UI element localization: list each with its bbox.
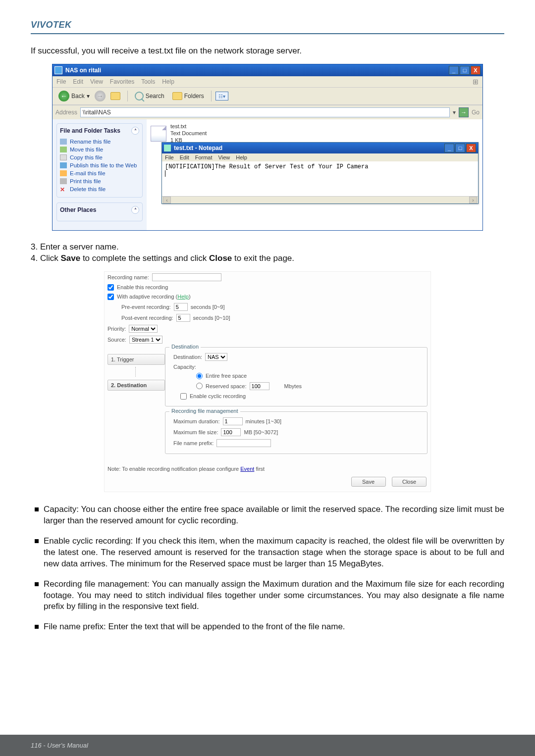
reserved-space-input[interactable]	[250, 382, 269, 390]
task-print[interactable]: Print this file	[60, 177, 139, 185]
folders-button[interactable]: Folders	[169, 91, 207, 101]
enable-recording-label: Enable this recording	[117, 284, 168, 290]
menu-view[interactable]: View	[90, 78, 103, 85]
bullet-capacity: Capacity: You can choose either the enti…	[44, 504, 504, 527]
notepad-title: test.txt - Notepad	[174, 145, 443, 151]
reserved-space-label: Reserved space:	[206, 383, 247, 389]
file-type: Text Document	[170, 130, 207, 137]
destination-select[interactable]: NAS	[205, 353, 227, 361]
email-icon	[60, 170, 67, 176]
collapse-icon[interactable]: ˄	[131, 127, 139, 135]
help-link[interactable]: Help	[177, 294, 189, 300]
maximize-button[interactable]: □	[455, 144, 465, 152]
menu-help[interactable]: Help	[162, 78, 174, 85]
event-note: Note: To enable recording notification p…	[105, 464, 430, 474]
event-link[interactable]: Event	[240, 466, 254, 472]
max-duration-input[interactable]	[223, 417, 243, 425]
search-button[interactable]: Search	[132, 91, 167, 101]
up-folder-icon	[110, 92, 120, 100]
menu-favorites[interactable]: Favorites	[110, 78, 134, 85]
notepad-window: test.txt - Notepad _ □ X File Edit Forma…	[161, 142, 479, 204]
save-button[interactable]: Save	[351, 477, 386, 487]
intro-text: If successful, you will receive a test.t…	[31, 46, 504, 56]
forward-button[interactable]: →	[95, 91, 106, 101]
task-rename[interactable]: Rename this file	[60, 138, 139, 146]
source-select[interactable]: Stream 1	[129, 336, 162, 344]
np-menu-file[interactable]: File	[165, 154, 174, 160]
maximize-button[interactable]: □	[460, 66, 470, 75]
windows-flag-icon: ⊞	[473, 78, 479, 86]
notepad-menubar: File Edit Format View Help	[162, 153, 478, 161]
other-places-panel: Other Places˄	[56, 202, 143, 221]
back-button[interactable]: ←Back ▾	[55, 90, 93, 102]
task-email[interactable]: E-mail this file	[60, 169, 139, 177]
destination-legend: Destination	[169, 344, 201, 350]
file-management-legend: Recording file management	[169, 408, 240, 414]
np-menu-help[interactable]: Help	[236, 154, 247, 160]
menu-tools[interactable]: Tools	[141, 78, 155, 85]
address-bar: Address ▾ → Go	[53, 105, 482, 119]
adaptive-recording-checkbox[interactable]	[107, 294, 114, 300]
file-folder-tasks-panel: File and Folder Tasks˄ Rename this file …	[56, 123, 143, 198]
np-menu-format[interactable]: Format	[195, 154, 213, 160]
menu-file[interactable]: File	[56, 78, 66, 85]
post-event-label: Post-event recording:	[121, 315, 173, 321]
bullet-icon	[35, 625, 39, 629]
reserved-space-radio[interactable]	[196, 383, 203, 389]
entire-free-label: Entire free space	[206, 373, 247, 379]
np-menu-view[interactable]: View	[218, 154, 230, 160]
menu-edit[interactable]: Edit	[73, 78, 83, 85]
bullet-prefix: File name prefix: Enter the text that wi…	[44, 621, 504, 633]
minimize-button[interactable]: _	[449, 66, 459, 75]
file-item[interactable]: test.txt Text Document 1 KB	[151, 123, 479, 144]
views-button[interactable]: ☷▾	[215, 92, 228, 101]
post-event-input[interactable]	[176, 314, 190, 322]
max-size-hint: MB [50~3072]	[244, 429, 278, 435]
task-delete[interactable]: ✕Delete this file	[60, 185, 139, 193]
up-button[interactable]	[107, 91, 123, 101]
notepad-scrollbar[interactable]: ‹›	[162, 196, 478, 203]
task-publish[interactable]: Publish this file to the Web	[60, 161, 139, 169]
step-destination-button[interactable]: 2. Destination	[107, 380, 165, 391]
collapse-icon[interactable]: ˄	[131, 206, 139, 214]
explorer-window: NAS on ritali _ □ X File Edit View Favor…	[52, 64, 483, 231]
task-move[interactable]: Move this file	[60, 146, 139, 153]
file-name: test.txt	[170, 123, 207, 130]
bullet-icon	[35, 582, 39, 586]
post-event-hint: seconds [0~10]	[193, 315, 230, 321]
task-copy[interactable]: Copy this file	[60, 153, 139, 161]
entire-free-radio[interactable]	[196, 373, 203, 379]
close-button[interactable]: Close	[392, 477, 427, 487]
notepad-icon	[164, 145, 171, 151]
np-menu-edit[interactable]: Edit	[180, 154, 189, 160]
explorer-title: NAS on ritali	[65, 67, 448, 74]
prefix-label: File name prefix:	[173, 440, 214, 446]
bullet-icon	[35, 539, 39, 543]
max-size-input[interactable]	[221, 428, 241, 436]
address-input[interactable]	[80, 107, 450, 117]
back-arrow-icon: ←	[58, 91, 69, 101]
explorer-titlebar: NAS on ritali _ □ X	[53, 64, 482, 76]
pre-event-input[interactable]	[174, 303, 188, 311]
other-places-header: Other Places	[60, 206, 96, 213]
close-button[interactable]: X	[466, 144, 476, 152]
recording-name-input[interactable]	[152, 273, 221, 281]
close-button[interactable]: X	[471, 66, 481, 75]
prefix-input[interactable]	[216, 439, 271, 447]
search-icon	[135, 92, 144, 101]
source-label: Source:	[107, 337, 126, 343]
move-icon	[60, 147, 67, 152]
bullet-cyclic: Enable cyclic recording: If you check th…	[44, 536, 504, 570]
go-label: Go	[472, 109, 480, 116]
bullet-icon	[35, 507, 39, 511]
enable-recording-checkbox[interactable]	[107, 284, 114, 291]
step-trigger-button[interactable]: 1. Trigger	[107, 354, 165, 365]
folders-icon	[172, 92, 182, 100]
print-icon	[60, 178, 67, 184]
pre-event-hint: seconds [0~9]	[191, 304, 225, 310]
cyclic-recording-checkbox[interactable]	[180, 393, 187, 400]
go-button[interactable]: →	[459, 107, 469, 117]
destination-label: Destination:	[173, 354, 202, 360]
priority-select[interactable]: Normal	[129, 325, 158, 333]
minimize-button[interactable]: _	[444, 144, 454, 152]
